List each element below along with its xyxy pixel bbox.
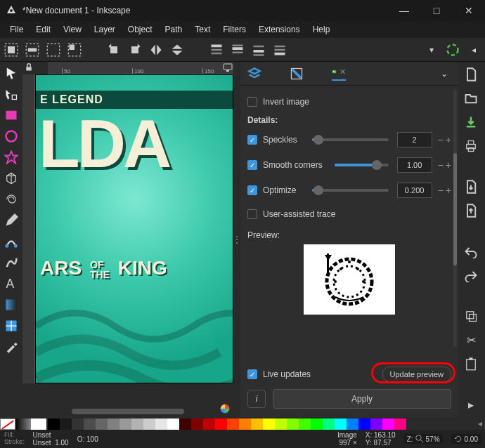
close-button[interactable]: ✕	[453, 0, 485, 21]
color-swatch[interactable]	[358, 419, 370, 430]
mesh-tool-icon[interactable]	[4, 319, 18, 333]
color-swatch[interactable]	[370, 419, 382, 430]
panel-menu-icon[interactable]: ⌄	[437, 67, 451, 81]
node-tool-icon[interactable]	[4, 87, 18, 101]
maximize-button[interactable]: □	[420, 0, 453, 21]
ruler-horizontal[interactable]: 50 100 150	[48, 62, 233, 74]
color-swatch[interactable]	[382, 419, 394, 430]
menu-filters[interactable]: Filters	[217, 23, 252, 36]
color-swatch[interactable]	[347, 419, 358, 430]
dropdown-more-icon[interactable]: ▾	[425, 43, 439, 57]
lower-icon[interactable]	[252, 43, 266, 57]
circle-tool-icon[interactable]	[4, 129, 18, 143]
export-icon[interactable]	[464, 204, 478, 218]
smooth-slider[interactable]	[335, 164, 389, 166]
color-wheel-icon[interactable]	[219, 403, 231, 414]
save-icon[interactable]	[464, 115, 478, 129]
menu-object[interactable]: Object	[122, 23, 158, 36]
color-swatch[interactable]	[179, 419, 191, 430]
snap-toggle-icon[interactable]	[446, 43, 460, 57]
color-swatch[interactable]	[155, 419, 167, 430]
speckles-value[interactable]: 2	[397, 132, 432, 147]
import-icon[interactable]	[464, 180, 478, 194]
color-swatch[interactable]	[84, 419, 96, 430]
optimize-checkbox[interactable]: ✓	[247, 185, 257, 195]
text-tool-icon[interactable]: A	[4, 277, 18, 291]
rotation-indicator[interactable]: 0.00	[451, 434, 481, 444]
color-swatch[interactable]	[323, 419, 335, 430]
color-swatch[interactable]	[167, 419, 179, 430]
speckles-slider[interactable]	[312, 138, 389, 141]
color-swatch[interactable]	[287, 419, 299, 430]
tab-layers-icon[interactable]	[247, 67, 261, 81]
fill-indicator[interactable]: Fill: Stroke:	[4, 432, 25, 446]
grayscale-swatch[interactable]	[15, 419, 31, 430]
collapse-toolbar-icon[interactable]: ◂	[467, 43, 481, 57]
color-swatch[interactable]	[191, 419, 203, 430]
open-icon[interactable]	[464, 91, 478, 105]
optimize-slider[interactable]	[312, 189, 389, 192]
display-mode-icon[interactable]	[222, 62, 233, 73]
ruler-vertical[interactable]	[22, 74, 35, 383]
more-icon[interactable]: ▸	[464, 397, 478, 411]
menu-extensions[interactable]: Extensions	[253, 23, 306, 36]
menu-help[interactable]: Help	[307, 23, 336, 36]
color-swatch[interactable]	[48, 419, 60, 430]
rect-tool-icon[interactable]	[4, 108, 18, 122]
apply-button[interactable]: Apply	[273, 389, 451, 409]
spiral-tool-icon[interactable]	[4, 192, 18, 206]
pen-tool-icon[interactable]	[4, 235, 18, 249]
color-swatch[interactable]	[394, 419, 406, 430]
copy-icon[interactable]	[464, 309, 478, 323]
palette-menu-icon[interactable]: ◂	[475, 419, 485, 430]
paste-icon[interactable]	[464, 357, 478, 371]
select-all-icon[interactable]	[4, 43, 18, 57]
tab-trace-bitmap-icon[interactable]: ✕	[332, 67, 346, 81]
rotate-ccw-icon[interactable]	[107, 43, 121, 57]
menu-edit[interactable]: Edit	[30, 23, 56, 36]
zoom-indicator[interactable]: Z: 57%	[404, 434, 443, 444]
star-tool-icon[interactable]	[4, 150, 18, 164]
canvas-scrollbar-h[interactable]	[72, 409, 184, 414]
undo-icon[interactable]	[464, 244, 478, 258]
print-icon[interactable]	[464, 139, 478, 153]
invert-image-checkbox[interactable]	[247, 97, 257, 107]
close-tab-icon[interactable]: ✕	[340, 67, 346, 77]
redo-icon[interactable]	[464, 268, 478, 282]
opacity-indicator[interactable]: O: 100	[77, 435, 98, 443]
select-all-layers-icon[interactable]	[25, 43, 39, 57]
raise-icon[interactable]	[231, 43, 245, 57]
invert-image-row[interactable]: Invert image	[247, 93, 451, 111]
color-swatch[interactable]	[143, 419, 155, 430]
color-swatch[interactable]	[72, 419, 84, 430]
user-assisted-checkbox[interactable]	[247, 209, 257, 219]
invert-selection-icon[interactable]	[67, 43, 82, 57]
flip-v-icon[interactable]	[170, 43, 184, 57]
flip-h-icon[interactable]	[149, 43, 163, 57]
lower-bottom-icon[interactable]	[273, 43, 287, 57]
color-swatch[interactable]	[119, 419, 131, 430]
canvas[interactable]: E LEGEND LDA ARS OF THE KING	[35, 74, 233, 383]
info-button[interactable]: i	[247, 390, 266, 408]
dropper-tool-icon[interactable]	[4, 340, 18, 354]
rotate-cw-icon[interactable]	[128, 43, 142, 57]
smooth-value[interactable]: 1.00	[397, 157, 432, 173]
menu-path[interactable]: Path	[160, 23, 188, 36]
color-swatch[interactable]	[131, 419, 143, 430]
update-preview-button[interactable]: Update preview	[382, 367, 451, 382]
user-assisted-row[interactable]: User-assisted trace	[247, 205, 451, 223]
no-fill-swatch[interactable]	[0, 419, 15, 430]
white-swatch[interactable]	[31, 419, 46, 430]
minimize-button[interactable]: —	[388, 0, 420, 21]
color-swatch[interactable]	[203, 419, 215, 430]
raise-top-icon[interactable]	[209, 43, 224, 57]
calligraphy-tool-icon[interactable]	[4, 256, 18, 270]
tab-fill-stroke-icon[interactable]	[290, 67, 304, 81]
color-swatch[interactable]	[239, 419, 251, 430]
selector-tool-icon[interactable]	[4, 66, 18, 80]
gradient-tool-icon[interactable]	[4, 298, 18, 312]
fill-values[interactable]: Unset Unset 1.00	[33, 431, 69, 447]
3dbox-tool-icon[interactable]	[4, 171, 18, 185]
optimize-value[interactable]: 0.200	[397, 183, 432, 198]
live-updates-checkbox[interactable]: ✓	[247, 369, 257, 379]
